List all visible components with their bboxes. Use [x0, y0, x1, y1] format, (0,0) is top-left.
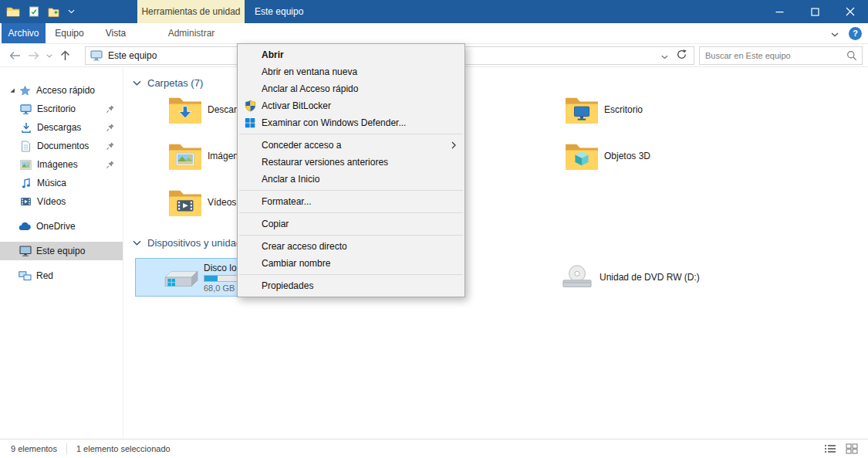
content-area: Carpetas (7) Descargas Documentos [123, 67, 868, 439]
menu-item-label: Cambiar nombre [262, 258, 330, 269]
sidebar-item-label: Imágenes [37, 159, 78, 170]
properties-icon[interactable] [29, 6, 39, 17]
menu-item-create-shortcut[interactable]: Crear acceso directo [238, 238, 464, 255]
sidebar-item-musica[interactable]: Música [0, 174, 123, 192]
explorer-icon[interactable] [6, 6, 20, 18]
menu-item-format[interactable]: Formatear... [238, 193, 464, 210]
menu-item-rename[interactable]: Cambiar nombre [238, 255, 464, 272]
folder-tile-escritorio[interactable]: Escritorio [532, 90, 724, 130]
items-count: 9 elementos [11, 444, 57, 453]
menu-item-label: Formatear... [262, 196, 312, 207]
chevron-down-icon[interactable] [68, 9, 75, 14]
menu-item-label: Abrir en ventana nueva [262, 66, 357, 77]
search-box [699, 46, 863, 65]
menu-item-open[interactable]: Abrir [238, 46, 464, 63]
maximize-icon [811, 8, 819, 16]
pin-icon [106, 160, 115, 169]
tab-equipo[interactable]: Equipo [49, 23, 90, 43]
folder-tile-objetos-3d[interactable]: Objetos 3D [532, 136, 724, 176]
menu-item-label: Activar BitLocker [262, 100, 331, 111]
hard-drive-icon [164, 263, 199, 292]
back-button[interactable] [5, 45, 24, 66]
pictures-folder-icon [167, 141, 203, 171]
menu-item-copy[interactable]: Copiar [238, 215, 464, 232]
menu-item-pin-quick-access[interactable]: Anclar al Acceso rápido [238, 80, 464, 97]
new-folder-icon[interactable] [48, 7, 59, 17]
drive-tile-dvd-d[interactable]: Unidad de DVD RW (D:) [532, 258, 724, 297]
up-button[interactable] [56, 45, 75, 66]
close-button[interactable] [833, 0, 868, 23]
large-icons-view-button[interactable] [844, 442, 859, 456]
pictures-icon [19, 160, 33, 170]
dvd-drive-icon [559, 263, 595, 292]
tab-vista[interactable]: Vista [96, 23, 136, 43]
bitlocker-shield-icon [244, 100, 256, 112]
search-icon[interactable] [846, 50, 857, 61]
address-dropdown-button[interactable] [661, 49, 668, 63]
drive-tools-contextual-tab[interactable]: Herramientas de unidad [137, 0, 245, 23]
sidebar-item-label: OneDrive [36, 221, 76, 232]
menu-item-defender-scan[interactable]: Examinar con Windows Defender... [238, 114, 464, 131]
menu-item-label: Crear acceso directo [262, 241, 347, 252]
menu-item-label: Anclar a Inicio [262, 174, 319, 185]
history-chevron-icon [46, 54, 52, 58]
menu-item-label: Restaurar versiones anteriores [262, 157, 388, 168]
menu-item-give-access[interactable]: Conceder acceso a [238, 137, 464, 154]
chevron-down-icon [133, 80, 141, 86]
refresh-icon [677, 49, 687, 59]
menu-item-activate-bitlocker[interactable]: Activar BitLocker [238, 97, 464, 114]
menu-item-open-new-window[interactable]: Abrir en ventana nueva [238, 63, 464, 80]
maximize-button[interactable] [797, 0, 833, 23]
refresh-button[interactable] [677, 49, 687, 63]
chevron-down-icon [661, 55, 668, 59]
desktop-icon [19, 103, 33, 115]
menu-item-pin-to-start[interactable]: Anclar a Inicio [238, 171, 464, 188]
folders-group-header[interactable]: Carpetas (7) [133, 77, 203, 89]
details-view-icon [824, 443, 836, 454]
forward-button[interactable] [24, 45, 43, 66]
menu-item-properties[interactable]: Propiedades [238, 277, 464, 294]
breadcrumb[interactable]: Este equipo [108, 50, 157, 61]
menu-item-label: Abrir [262, 49, 284, 60]
desktop-folder-icon [564, 95, 599, 124]
sidebar-item-label: Este equipo [36, 246, 85, 256]
videos-icon [19, 197, 33, 206]
ribbon-collapse-button[interactable] [831, 26, 839, 40]
history-dropdown-button[interactable] [43, 45, 56, 66]
large-icons-view-icon [846, 443, 858, 454]
sidebar-item-label: Acceso rápido [36, 85, 95, 96]
sidebar-item-videos[interactable]: Vídeos [0, 192, 123, 211]
sidebar-item-descargas[interactable]: Descargas [0, 118, 123, 137]
pin-icon [106, 141, 115, 151]
status-divider [66, 443, 67, 454]
minimize-button[interactable] [762, 0, 797, 23]
onedrive-cloud-icon [18, 222, 32, 231]
sidebar-item-imagenes[interactable]: Imágenes [0, 155, 123, 174]
sidebar-item-label: Escritorio [37, 103, 76, 114]
downloads-icon [19, 122, 33, 134]
sidebar-item-label: Descargas [37, 122, 81, 133]
sidebar-item-onedrive[interactable]: OneDrive [0, 217, 123, 236]
close-icon [846, 7, 855, 16]
expanded-chevron-icon[interactable] [6, 87, 18, 93]
details-view-button[interactable] [822, 442, 837, 456]
tab-archivo[interactable]: Archivo [2, 23, 46, 43]
context-menu: Abrir Abrir en ventana nueva Anclar al A… [237, 43, 465, 297]
sidebar-item-este-equipo[interactable]: Este equipo [0, 242, 123, 260]
help-button[interactable]: ? [849, 27, 862, 40]
sidebar-item-label: Documentos [37, 141, 89, 151]
up-arrow-icon [60, 50, 70, 61]
tab-administrar[interactable]: Administrar [162, 23, 221, 43]
drive-label: Unidad de DVD RW (D:) [599, 272, 700, 283]
sidebar-item-red[interactable]: Red [0, 266, 123, 285]
this-pc-icon [90, 50, 103, 61]
group-header-label: Carpetas (7) [147, 77, 203, 89]
menu-separator [239, 274, 463, 275]
sidebar-item-escritorio[interactable]: Escritorio [0, 100, 123, 118]
menu-item-restore-previous-versions[interactable]: Restaurar versiones anteriores [238, 154, 464, 171]
quick-access-star-icon [18, 85, 32, 97]
search-input[interactable] [700, 51, 846, 60]
sidebar-item-acceso-rapido[interactable]: Acceso rápido [0, 81, 123, 100]
sidebar-item-label: Red [36, 270, 53, 281]
sidebar-item-documentos[interactable]: Documentos [0, 137, 123, 155]
